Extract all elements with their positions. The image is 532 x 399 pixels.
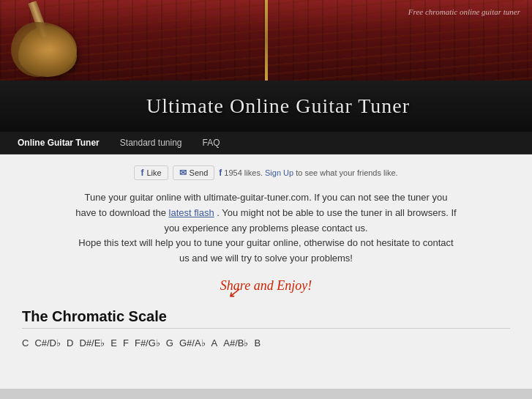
chromatic-note: D bbox=[67, 338, 73, 348]
intro-line4: you experience any problems please conta… bbox=[164, 223, 367, 234]
chromatic-note: E bbox=[110, 338, 117, 348]
intro-line5: Hope this text will help you to tune you… bbox=[78, 237, 453, 248]
chromatic-note: A bbox=[211, 338, 218, 348]
send-label: Send bbox=[190, 168, 209, 177]
chromatic-note: G bbox=[166, 338, 173, 348]
chromatic-note: F bbox=[123, 338, 129, 348]
chromatic-note: C#/D♭ bbox=[34, 338, 61, 348]
sign-up-suffix: to see what your friends like. bbox=[296, 168, 397, 177]
chromatic-note: G#/A♭ bbox=[179, 338, 206, 348]
nav-item-faq[interactable]: FAQ bbox=[192, 132, 231, 154]
chromatic-note: F#/G♭ bbox=[135, 338, 160, 348]
site-header: Ultimate Online Guitar Tuner bbox=[0, 81, 532, 132]
chromatic-note: B bbox=[254, 338, 261, 348]
intro-line3: . You might not be able to use the tuner… bbox=[217, 207, 456, 218]
share-arrow-icon: ↙ bbox=[228, 283, 240, 301]
fb-count-icon: f bbox=[219, 168, 222, 178]
main-content: f Like ✉ Send f 1954 likes. Sign Up to s… bbox=[0, 154, 532, 389]
share-text: Share and Enjoy! ↙ bbox=[220, 278, 312, 294]
facebook-count: f 1954 likes. Sign Up to see what your f… bbox=[219, 168, 397, 178]
nav-item-tuner[interactable]: Online Guitar Tuner bbox=[7, 132, 110, 154]
facebook-like-button[interactable]: f Like bbox=[134, 165, 168, 180]
guitar-illustration bbox=[7, 11, 95, 81]
intro-paragraph: Tune your guitar online with ultimate-gu… bbox=[22, 190, 510, 266]
intro-line2: have to download the bbox=[75, 207, 166, 218]
count-number: 1954 likes. bbox=[224, 168, 263, 177]
nav-link-standard[interactable]: Standard tuning bbox=[110, 132, 192, 154]
facebook-icon: f bbox=[141, 168, 143, 178]
navigation: Online Guitar Tuner Standard tuning FAQ bbox=[0, 132, 532, 154]
chromatic-scale-section: The Chromatic Scale CC#/D♭DD#/E♭EFF#/G♭G… bbox=[22, 308, 510, 348]
top-banner: Free chromatic online guitar tuner bbox=[0, 0, 532, 81]
share-section: Share and Enjoy! ↙ bbox=[22, 278, 510, 294]
banner-stripe bbox=[265, 0, 268, 81]
nav-link-faq[interactable]: FAQ bbox=[192, 132, 231, 154]
sign-up-link[interactable]: Sign Up bbox=[265, 168, 293, 177]
chromatic-notes-list: CC#/D♭DD#/E♭EFF#/G♭GG#/A♭AA#/B♭B bbox=[22, 338, 510, 348]
chromatic-scale-title: The Chromatic Scale bbox=[22, 308, 510, 329]
free-tuner-label: Free chromatic online guitar tuner bbox=[408, 7, 520, 16]
chromatic-note: A#/B♭ bbox=[223, 338, 248, 348]
intro-line6: us and we will try to solve your problem… bbox=[179, 253, 353, 264]
facebook-send-button[interactable]: ✉ Send bbox=[173, 165, 215, 180]
like-label: Like bbox=[146, 168, 161, 177]
site-title: Ultimate Online Guitar Tuner bbox=[146, 94, 410, 118]
send-icon: ✉ bbox=[179, 168, 187, 178]
intro-line1: Tune your guitar online with ultimate-gu… bbox=[85, 192, 448, 203]
nav-item-standard[interactable]: Standard tuning bbox=[110, 132, 192, 154]
chromatic-note: D#/E♭ bbox=[79, 338, 105, 348]
facebook-bar: f Like ✉ Send f 1954 likes. Sign Up to s… bbox=[22, 165, 510, 180]
chromatic-note: C bbox=[22, 338, 29, 348]
flash-link[interactable]: latest flash bbox=[169, 207, 214, 218]
nav-link-tuner[interactable]: Online Guitar Tuner bbox=[7, 132, 110, 154]
